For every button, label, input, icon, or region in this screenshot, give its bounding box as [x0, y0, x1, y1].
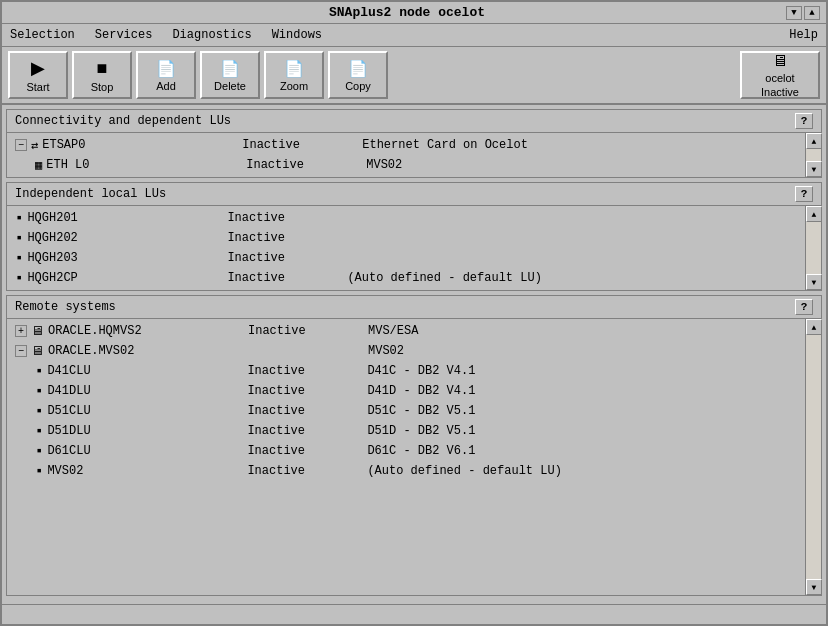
- stop-icon: ■: [97, 58, 108, 79]
- hqgh203-name: HQGH203: [27, 251, 227, 265]
- add-icon: 📄: [156, 59, 176, 78]
- list-item[interactable]: ▪ HQGH202 Inactive: [7, 228, 805, 248]
- expand-hqmvs2[interactable]: +: [15, 325, 27, 337]
- menu-bar: Selection Services Diagnostics Windows H…: [2, 24, 826, 47]
- scroll-track[interactable]: [806, 149, 821, 161]
- scroll-down-btn[interactable]: ▼: [806, 161, 822, 177]
- minimize-btn[interactable]: ▼: [786, 6, 802, 20]
- menu-help[interactable]: Help: [785, 26, 822, 44]
- hqgh202-status: Inactive: [227, 231, 347, 245]
- toolbar: ▶ Start ■ Stop 📄 Add 📄 Delete 📄 Zoom 📄 C…: [2, 47, 826, 105]
- list-item[interactable]: ▪ D41CLU Inactive D41C - DB2 V4.1: [7, 361, 805, 381]
- collapse-etsap0[interactable]: −: [15, 139, 27, 151]
- list-item[interactable]: − ⇄ ETSAP0 Inactive Ethernet Card on Oce…: [7, 135, 805, 155]
- start-icon: ▶: [31, 57, 45, 79]
- status-bar: [2, 604, 826, 624]
- list-item[interactable]: ▦ ETH L0 Inactive MVS02: [7, 155, 805, 175]
- connectivity-wrapper: − ⇄ ETSAP0 Inactive Ethernet Card on Oce…: [7, 133, 821, 177]
- stop-button[interactable]: ■ Stop: [72, 51, 132, 99]
- hqmvs2-desc: MVS/ESA: [368, 324, 797, 338]
- mvs02-icon: 🖥: [31, 344, 44, 359]
- node-label: ocelot: [765, 72, 794, 84]
- list-item[interactable]: ▪ MVS02 Inactive (Auto defined - default…: [7, 461, 805, 481]
- menu-services[interactable]: Services: [91, 26, 157, 44]
- list-item[interactable]: − 🖥 ORACLE.MVS02 MVS02: [7, 341, 805, 361]
- remote-help[interactable]: ?: [795, 299, 813, 315]
- menu-diagnostics[interactable]: Diagnostics: [168, 26, 255, 44]
- main-window: SNAplus2 node ocelot ▼ ▲ Selection Servi…: [0, 0, 828, 626]
- hqmvs2-status: Inactive: [248, 324, 368, 338]
- delete-icon: 📄: [220, 59, 240, 78]
- mvs02-name: ORACLE.MVS02: [48, 344, 248, 358]
- d41dlu-status: Inactive: [247, 384, 367, 398]
- start-button[interactable]: ▶ Start: [8, 51, 68, 99]
- connectivity-body: − ⇄ ETSAP0 Inactive Ethernet Card on Oce…: [7, 133, 805, 177]
- node-status: Inactive: [761, 86, 799, 98]
- list-item[interactable]: ▪ HQGH2CP Inactive (Auto defined - defau…: [7, 268, 805, 288]
- delete-label: Delete: [214, 80, 246, 92]
- independent-scrollbar: ▲ ▼: [805, 206, 821, 290]
- list-item[interactable]: + 🖥 ORACLE.HQMVS2 Inactive MVS/ESA: [7, 321, 805, 341]
- hqgh201-name: HQGH201: [27, 211, 227, 225]
- mvs02child-icon: ▪: [35, 463, 43, 479]
- hqmvs2-name: ORACLE.HQMVS2: [48, 324, 248, 338]
- connectivity-help[interactable]: ?: [795, 113, 813, 129]
- d61clu-status: Inactive: [247, 444, 367, 458]
- d61clu-icon: ▪: [35, 443, 43, 459]
- zoom-button[interactable]: 📄 Zoom: [264, 51, 324, 99]
- menu-windows[interactable]: Windows: [268, 26, 326, 44]
- etsap0-name: ETSAP0: [42, 138, 242, 152]
- d51clu-desc: D51C - DB2 V5.1: [367, 404, 797, 418]
- delete-button[interactable]: 📄 Delete: [200, 51, 260, 99]
- list-item[interactable]: ▪ D41DLU Inactive D41D - DB2 V4.1: [7, 381, 805, 401]
- zoom-label: Zoom: [280, 80, 308, 92]
- d51clu-icon: ▪: [35, 403, 43, 419]
- d61clu-desc: D61C - DB2 V6.1: [367, 444, 797, 458]
- add-label: Add: [156, 80, 176, 92]
- scroll-up-btn[interactable]: ▲: [806, 206, 822, 222]
- d51dlu-icon: ▪: [35, 423, 43, 439]
- d41clu-name: D41CLU: [47, 364, 247, 378]
- scroll-up-btn[interactable]: ▲: [806, 319, 822, 335]
- scroll-track[interactable]: [806, 222, 821, 274]
- start-label: Start: [26, 81, 49, 93]
- copy-button[interactable]: 📄 Copy: [328, 51, 388, 99]
- d51clu-name: D51CLU: [47, 404, 247, 418]
- maximize-btn[interactable]: ▲: [804, 6, 820, 20]
- list-item[interactable]: ▪ HQGH201 Inactive: [7, 208, 805, 228]
- node-button[interactable]: 🖥 ocelot Inactive: [740, 51, 820, 99]
- hqgh203-status: Inactive: [227, 251, 347, 265]
- d51dlu-name: D51DLU: [47, 424, 247, 438]
- connectivity-header: Connectivity and dependent LUs ?: [7, 110, 821, 133]
- add-button[interactable]: 📄 Add: [136, 51, 196, 99]
- scroll-down-btn[interactable]: ▼: [806, 579, 822, 595]
- collapse-mvs02[interactable]: −: [15, 345, 27, 357]
- scroll-up-btn[interactable]: ▲: [806, 133, 822, 149]
- connectivity-section: Connectivity and dependent LUs ? − ⇄ ETS…: [6, 109, 822, 178]
- menu-selection[interactable]: Selection: [6, 26, 79, 44]
- d61clu-name: D61CLU: [47, 444, 247, 458]
- list-item[interactable]: ▪ D51DLU Inactive D51D - DB2 V5.1: [7, 421, 805, 441]
- list-item[interactable]: ▪ D51CLU Inactive D51C - DB2 V5.1: [7, 401, 805, 421]
- list-item[interactable]: ▪ D61CLU Inactive D61C - DB2 V6.1: [7, 441, 805, 461]
- ethl0-name: ETH L0: [46, 158, 246, 172]
- hqgh2cp-icon: ▪: [15, 270, 23, 286]
- ethl0-icon: ▦: [35, 158, 42, 173]
- list-item[interactable]: ▪ HQGH203 Inactive: [7, 248, 805, 268]
- independent-wrapper: ▪ HQGH201 Inactive ▪ HQGH202 Inactive ▪ …: [7, 206, 821, 290]
- independent-section: Independent local LUs ? ▪ HQGH201 Inacti…: [6, 182, 822, 291]
- scroll-down-btn[interactable]: ▼: [806, 274, 822, 290]
- scroll-track[interactable]: [806, 335, 821, 579]
- remote-wrapper: + 🖥 ORACLE.HQMVS2 Inactive MVS/ESA − 🖥 O…: [7, 319, 821, 595]
- d41clu-icon: ▪: [35, 363, 43, 379]
- independent-help[interactable]: ?: [795, 186, 813, 202]
- mvs02child-status: Inactive: [247, 464, 367, 478]
- d41clu-desc: D41C - DB2 V4.1: [367, 364, 797, 378]
- remote-header: Remote systems ?: [7, 296, 821, 319]
- remote-scrollbar: ▲ ▼: [805, 319, 821, 595]
- connectivity-title: Connectivity and dependent LUs: [15, 114, 231, 128]
- remote-body: + 🖥 ORACLE.HQMVS2 Inactive MVS/ESA − 🖥 O…: [7, 319, 805, 595]
- stop-label: Stop: [91, 81, 114, 93]
- zoom-icon: 📄: [284, 59, 304, 78]
- connectivity-scrollbar: ▲ ▼: [805, 133, 821, 177]
